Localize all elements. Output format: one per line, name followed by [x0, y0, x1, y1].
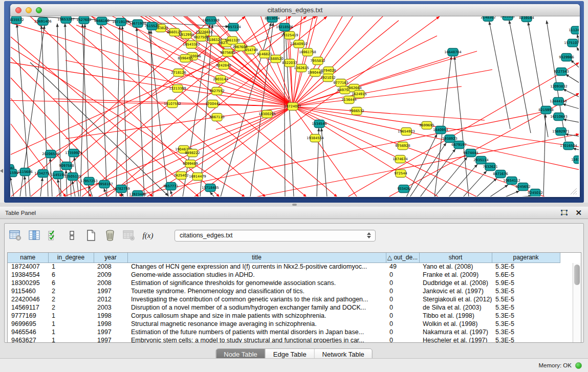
table-cell[interactable]: 1 [48, 336, 94, 343]
table-cell[interactable]: 19384554 [8, 271, 48, 279]
table-cell[interactable]: de Silva et al. (2003) [419, 303, 492, 312]
table-cell[interactable]: Changes of HCN gene expression and I(f) … [127, 262, 386, 271]
table-cell[interactable]: 2 [48, 295, 94, 303]
graph-node[interactable]: 18300295 [258, 111, 276, 118]
graph-node[interactable]: 8239164 [519, 16, 534, 22]
graph-node[interactable]: 7632621 [483, 163, 497, 171]
table-scrollbar[interactable] [573, 263, 581, 342]
table-cell[interactable]: Embryonic stem cells: a model to study s… [127, 336, 386, 343]
table-cell[interactable]: 1997 [94, 287, 127, 295]
graph-node[interactable]: 7986532 [349, 107, 364, 115]
graph-node[interactable]: 1534546 [312, 120, 326, 128]
table-cell[interactable]: Dudbridge et al. (2008) [419, 279, 492, 287]
graph-node[interactable]: 14671938 [129, 20, 146, 28]
table-cell[interactable]: 5.9E-5 [492, 279, 560, 287]
table-cell[interactable]: Jankovic et al. (1997) [419, 287, 492, 295]
table-cell[interactable]: Structural magnetic resonance image aver… [127, 320, 386, 328]
table-cell[interactable]: 2008 [94, 279, 127, 287]
table-cell[interactable]: 0 [386, 295, 419, 303]
table-cell[interactable]: 1 [48, 312, 94, 320]
graph-node[interactable]: 1481632 [500, 16, 515, 20]
graph-node[interactable]: 1115686 [17, 168, 32, 176]
table-cell[interactable]: 9463627 [8, 336, 48, 343]
graph-node[interactable]: 6679197 [451, 141, 466, 149]
table-cell[interactable]: Estimation of significance thresholds fo… [127, 279, 386, 287]
graph-node[interactable]: 1112470 [569, 27, 579, 34]
graph-node[interactable]: 933426 [397, 185, 410, 193]
graph-node[interactable]: 23640910 [290, 40, 308, 48]
table-cell[interactable]: 49 [386, 262, 419, 271]
graph-node[interactable]: 6466160 [94, 17, 109, 25]
table-cell[interactable]: Stergiakouli et al. (2012) [419, 295, 492, 303]
graph-node[interactable]: 7857224 [226, 24, 241, 31]
split-pane-divider[interactable] [0, 203, 588, 207]
graph-node[interactable]: 16958107 [96, 181, 113, 188]
graph-node[interactable]: 12342757 [34, 170, 52, 178]
graph-node[interactable]: 1700441 [205, 100, 220, 108]
table-cell[interactable]: Corpus callosum shape and size in male p… [127, 312, 386, 320]
graph-node[interactable]: 1990448 [308, 69, 322, 77]
row-height-icon[interactable] [66, 229, 79, 242]
table-cell[interactable]: 5.5E-5 [492, 295, 560, 303]
graph-node[interactable]: 7955812 [310, 57, 325, 65]
graph-node[interactable]: 20206576 [42, 150, 59, 158]
graph-node[interactable]: 1874674 [393, 156, 407, 163]
table-row[interactable]: 1938455462009Genome-wide association stu… [8, 271, 560, 279]
graph-node[interactable]: 9245012 [528, 189, 542, 197]
table-cell[interactable]: 1 [48, 262, 94, 271]
graph-node[interactable]: 1167533 [571, 156, 579, 164]
table-cell[interactable]: 5.3E-5 [492, 287, 560, 295]
table-selector-combo[interactable]: citations_edges.txt [175, 230, 376, 242]
graph-node[interactable]: 13505135 [64, 173, 81, 181]
graph-node[interactable]: 5912954 [179, 31, 193, 39]
table-cell[interactable]: Yano et al. (2008) [419, 262, 492, 271]
graph-node[interactable]: 6794028 [321, 67, 336, 75]
graph-node[interactable]: 1362615 [294, 64, 309, 72]
float-panel-icon[interactable] [560, 209, 568, 216]
graph-node[interactable]: 19654923 [398, 128, 415, 136]
network-graph[interactable]: 1830029519384554133254192364091016961758… [10, 16, 579, 196]
table-cell[interactable]: 0 [386, 312, 419, 320]
table-cell[interactable]: Tourette syndrome. Phenomenology and cla… [127, 287, 386, 295]
table-cell[interactable]: 5.6E-5 [492, 271, 560, 279]
graph-node[interactable]: 1527602 [76, 16, 91, 24]
table-cell[interactable]: 1 [48, 328, 94, 336]
table-cell[interactable]: Tibbo et al. (1998) [419, 312, 492, 320]
graph-node[interactable]: 10653267 [57, 16, 75, 24]
table-cell[interactable]: 0 [386, 303, 419, 312]
table-row[interactable]: 946554611997Estimation of the future num… [8, 328, 560, 336]
graph-node[interactable]: 2718126 [171, 69, 186, 77]
table-cell[interactable]: 2009 [94, 271, 127, 279]
graph-node[interactable]: 9242848 [216, 62, 231, 70]
table-cell[interactable]: Wolkin et al. (1998) [419, 320, 492, 328]
graph-node[interactable]: 9146821 [257, 51, 272, 58]
graph-node[interactable]: 9329966 [559, 54, 574, 61]
table-cell[interactable]: 1997 [94, 328, 127, 336]
graph-node[interactable]: 19384554 [307, 135, 324, 142]
graph-node[interactable]: 16648784 [444, 49, 462, 56]
table-cell[interactable]: Disruption of a novel member of a sodium… [127, 303, 386, 312]
table-cell[interactable]: 2 [48, 287, 94, 295]
table-cell[interactable]: 1998 [94, 312, 127, 320]
table-scrollbar-thumb[interactable] [574, 265, 580, 285]
table-cell[interactable]: 0 [386, 287, 419, 295]
table-cell[interactable]: 2003 [94, 303, 127, 312]
graph-node[interactable]: 16914479 [189, 173, 206, 181]
table-cell[interactable]: 5.3E-5 [492, 303, 560, 312]
table-cell[interactable]: 5.3E-5 [492, 328, 560, 336]
delete-trash-icon[interactable] [103, 229, 117, 242]
graph-node[interactable]: 4035572 [10, 16, 24, 24]
graph-node[interactable]: 16961758 [299, 49, 316, 56]
graph-node[interactable]: 8867110 [209, 114, 224, 121]
graph-node[interactable]: 391594 [10, 169, 18, 177]
table-mode-icon[interactable] [9, 229, 22, 242]
window-titlebar[interactable]: citations_edges.txt [10, 4, 580, 16]
table-cell[interactable]: 6 [48, 279, 94, 287]
table-cell[interactable]: 2008 [94, 262, 127, 271]
table-cell[interactable]: 0 [386, 279, 419, 287]
graph-node[interactable]: 2136445 [341, 96, 356, 104]
table-cell[interactable]: Franke et al. (2009) [419, 271, 492, 279]
column-header-5[interactable]: short [419, 253, 492, 262]
table-cell[interactable]: 9699695 [8, 320, 48, 328]
table-cell[interactable]: 18724007 [8, 262, 48, 271]
